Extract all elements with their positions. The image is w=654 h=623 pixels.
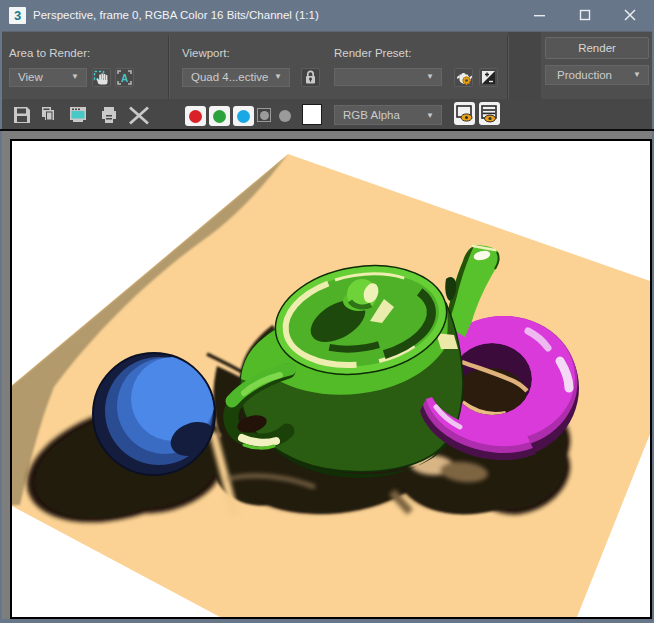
svg-text:A: A [121,73,128,84]
